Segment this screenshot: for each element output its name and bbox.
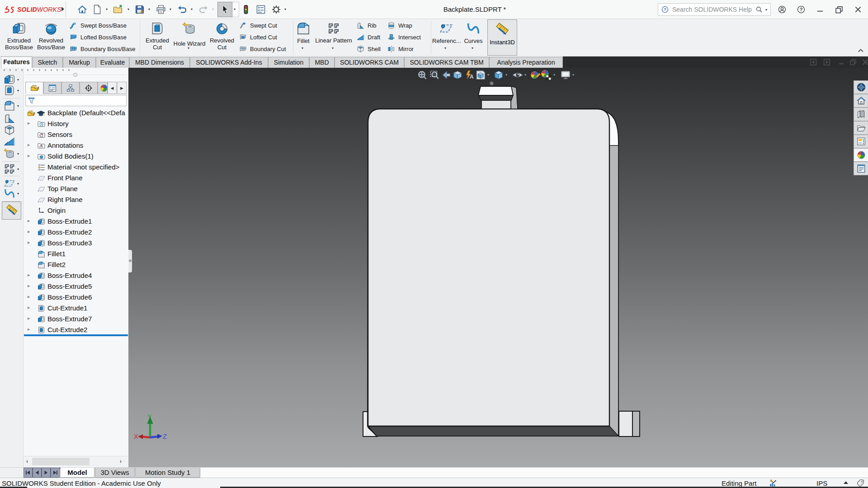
model-top-boss-flange[interactable] xyxy=(478,86,513,95)
ribbon-swept-boss-base-button[interactable]: Swept Boss/Base xyxy=(69,19,127,31)
tree-item-fillet1[interactable]: Fillet1 xyxy=(24,249,128,259)
fillet-icon[interactable] xyxy=(3,99,16,112)
units-caret-icon[interactable] xyxy=(844,481,848,484)
previous-tab-button[interactable] xyxy=(33,468,42,478)
shell-icon[interactable] xyxy=(3,124,16,136)
document-close-icon[interactable] xyxy=(861,58,868,66)
expand-arrow-icon[interactable]: ▸ xyxy=(28,218,30,224)
flyout-caret-icon[interactable]: ▾ xyxy=(17,89,19,93)
ribbon-reference-geometry-button[interactable]: Referenc... xyxy=(432,20,460,44)
tree-item-root[interactable]: Backplate (Default<<Defa xyxy=(24,108,128,118)
tab-solidworks-add-ins[interactable]: SOLIDWORKS Add-Ins xyxy=(190,57,268,68)
tab-view-palette[interactable] xyxy=(854,135,868,148)
model-top-boss-front[interactable] xyxy=(481,100,511,109)
ribbon-boundary-cut-button[interactable]: Boundary Cut xyxy=(239,43,286,55)
instant3d-active-button[interactable] xyxy=(2,202,21,220)
ribbon-linear-pattern-button[interactable]: Linear Pattern xyxy=(314,20,354,44)
expand-arrow-icon[interactable]: ▸ xyxy=(28,326,30,332)
new-document-icon[interactable] xyxy=(92,4,103,15)
tab-solidworks-resources[interactable] xyxy=(854,80,868,94)
draft-icon[interactable] xyxy=(3,135,16,148)
expand-arrow-icon[interactable]: ▸ xyxy=(28,120,30,126)
print-caret-icon[interactable]: ▾ xyxy=(170,7,171,11)
document-restore-icon[interactable] xyxy=(849,58,857,66)
curves-caret-icon[interactable]: ▾ xyxy=(472,46,473,50)
tab-features[interactable]: Features xyxy=(1,56,32,68)
tree-item-boss-extrude4[interactable]: ▸ Boss-Extrude4 xyxy=(24,270,128,281)
collapse-ribbon-chevron-icon[interactable] xyxy=(857,47,864,54)
undo-icon[interactable] xyxy=(177,4,188,15)
graphics-viewport[interactable]: ▾ ▾ ▾ ▾ ▾ Y X Z xyxy=(128,68,868,467)
options-caret-icon[interactable]: ▾ xyxy=(284,7,286,11)
tab-configuration-manager[interactable] xyxy=(61,82,80,94)
undo-caret-icon[interactable]: ▾ xyxy=(191,7,193,11)
expand-arrow-icon[interactable]: ▸ xyxy=(28,294,30,300)
tab-solidworks-cam-tbm[interactable]: SOLIDWORKS CAM TBM xyxy=(404,57,489,68)
close-icon[interactable] xyxy=(854,5,863,14)
ribbon-shell-button[interactable]: Shell xyxy=(356,43,381,55)
fm-tabs-scroll-right[interactable]: ▶ xyxy=(117,82,127,94)
open-icon[interactable] xyxy=(113,4,123,15)
search-box[interactable]: Search SOLIDWORKS Help ▾ xyxy=(658,3,771,16)
ribbon-mirror-button[interactable]: Mirror xyxy=(387,43,414,55)
flyout-caret-icon[interactable]: ▾ xyxy=(17,192,19,196)
search-icon[interactable] xyxy=(755,5,763,14)
user-account-icon[interactable] xyxy=(778,5,787,14)
expand-arrow-icon[interactable]: ▸ xyxy=(28,142,30,148)
ribbon-revolved-boss-base-button[interactable]: RevolvedBoss/Base xyxy=(35,20,67,51)
fm-tabs-scroll-left[interactable]: ◀ xyxy=(108,82,117,94)
tree-item-right-plane[interactable]: Right Plane xyxy=(24,194,128,205)
tab-appearances-scenes[interactable] xyxy=(854,148,868,162)
tree-item-solid-bodies[interactable]: ▸ Solid Bodies(1) xyxy=(24,151,128,162)
tree-item-cut-extrude1[interactable]: ▸ Cut-Extrude1 xyxy=(24,303,128,314)
tab-sketch[interactable]: Sketch xyxy=(32,57,63,68)
tab-analysis-preparation[interactable]: Analysis Preparation xyxy=(489,57,563,68)
menu-expand-arrow-icon[interactable] xyxy=(61,7,64,11)
scrollbar-thumb[interactable] xyxy=(32,458,90,465)
save-icon[interactable] xyxy=(134,4,145,15)
tree-item-sensors[interactable]: Sensors xyxy=(24,129,128,140)
units-text[interactable]: IPS xyxy=(816,479,827,487)
rollback-bar[interactable] xyxy=(24,334,128,336)
tree-item-annotations[interactable]: ▸ Annotations xyxy=(24,140,128,151)
open-caret-icon[interactable]: ▾ xyxy=(127,7,129,11)
model-bottom-face[interactable] xyxy=(368,426,618,436)
ribbon-lofted-boss-base-button[interactable]: Lofted Boss/Base xyxy=(69,31,127,43)
tree-item-boss-extrude1[interactable]: ▸ Boss-Extrude1 xyxy=(24,216,128,227)
model-bottom-right-tab-front[interactable] xyxy=(619,411,632,436)
ribbon-instant3d-button[interactable]: Instant3D xyxy=(487,19,517,56)
tree-horizontal-scrollbar[interactable]: ‹ › xyxy=(24,456,128,467)
tab-simulation[interactable]: Simulation xyxy=(268,57,309,68)
tree-filter-box[interactable] xyxy=(25,95,127,106)
tab-design-library[interactable] xyxy=(854,108,868,121)
ribbon-draft-button[interactable]: Draft xyxy=(356,31,380,43)
linear-pattern-icon[interactable] xyxy=(3,163,16,175)
flyout-caret-icon[interactable]: ▾ xyxy=(17,104,19,108)
tab-file-explorer[interactable] xyxy=(854,121,868,135)
tree-item-boss-extrude3[interactable]: ▸ Boss-Extrude3 xyxy=(24,238,128,249)
expand-arrow-icon[interactable]: ▸ xyxy=(28,229,30,235)
panel-splitter-handle[interactable] xyxy=(73,73,77,77)
ribbon-revolved-cut-button[interactable]: RevolvedCut xyxy=(207,20,237,51)
tree-item-front-plane[interactable]: Front Plane xyxy=(24,173,128,183)
rebuild-icon[interactable] xyxy=(241,4,251,15)
3d-model-backplate[interactable]: Y X Z xyxy=(128,68,868,467)
minimize-icon[interactable] xyxy=(816,5,825,14)
expand-arrow-icon[interactable]: ▸ xyxy=(28,315,30,321)
select-cursor-icon[interactable] xyxy=(220,4,231,15)
flyout-caret-icon[interactable]: ▾ xyxy=(17,152,19,156)
tree-item-boss-extrude7[interactable]: ▸ Boss-Extrude7 xyxy=(24,314,128,324)
ribbon-extruded-cut-button[interactable]: ExtrudedCut xyxy=(142,20,172,51)
flyout-caret-icon[interactable]: ▾ xyxy=(17,182,19,186)
tree-item-boss-extrude2[interactable]: ▸ Boss-Extrude2 xyxy=(24,227,128,238)
restore-icon[interactable] xyxy=(835,5,844,14)
save-caret-icon[interactable]: ▾ xyxy=(148,7,150,11)
tree-item-fillet2[interactable]: Fillet2 xyxy=(24,259,128,270)
ribbon-extruded-boss-base-button[interactable]: ExtrudedBoss/Base xyxy=(3,20,35,51)
tab-3d-views[interactable]: 3D Views xyxy=(95,468,135,478)
expand-arrow-icon[interactable]: ▸ xyxy=(28,283,30,289)
tab-dimxpert-manager[interactable] xyxy=(80,82,98,94)
model-right-side-face[interactable] xyxy=(609,145,618,436)
document-minimize-icon[interactable] xyxy=(837,58,845,66)
tab-property-manager[interactable] xyxy=(43,82,61,94)
